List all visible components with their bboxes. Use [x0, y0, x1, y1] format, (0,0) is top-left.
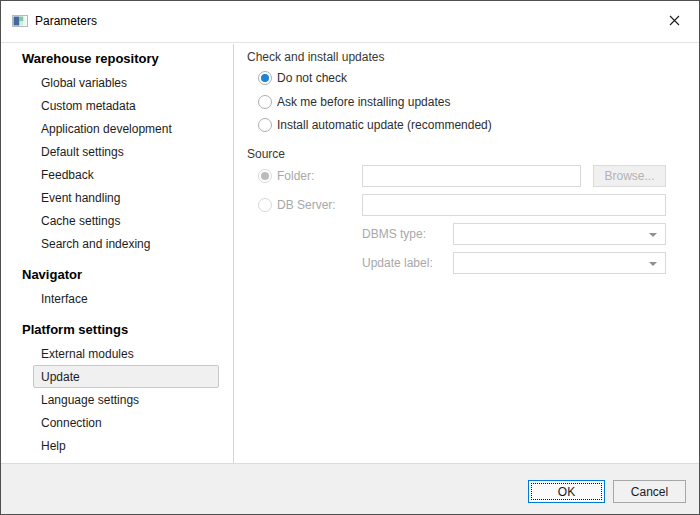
- radio-disabled-unselected-icon: [258, 198, 272, 212]
- folder-path-input: [362, 165, 581, 187]
- radio-unselected-icon: [258, 118, 272, 132]
- source-group-title: Source: [247, 147, 285, 161]
- radio-option-install-automatic[interactable]: Install automatic update (recommended): [258, 114, 492, 136]
- radio-option-folder: Folder:: [258, 165, 314, 187]
- dialog-footer: OK Cancel: [1, 463, 699, 514]
- section-header-warehouse-repository: Warehouse repository: [1, 47, 233, 71]
- window-title: Parameters: [35, 14, 97, 28]
- update-settings-panel: Check and install updates Do not check A…: [234, 44, 699, 463]
- app-icon: [12, 13, 28, 29]
- radio-option-do-not-check[interactable]: Do not check: [258, 67, 347, 89]
- section-header-navigator: Navigator: [1, 263, 233, 287]
- close-icon: [669, 15, 680, 26]
- radio-selected-icon: [258, 71, 272, 85]
- dialog-body: Warehouse repository Global variables Cu…: [1, 44, 699, 463]
- sidebar-item-cache-settings[interactable]: Cache settings: [33, 209, 219, 232]
- sidebar-item-help[interactable]: Help: [33, 434, 219, 457]
- close-button[interactable]: [654, 7, 694, 33]
- radio-disabled-selected-icon: [258, 169, 272, 183]
- browse-button: Browse...: [593, 165, 666, 187]
- sidebar-item-external-modules[interactable]: External modules: [33, 342, 219, 365]
- ok-button[interactable]: OK: [528, 480, 605, 503]
- settings-nav: Warehouse repository Global variables Cu…: [1, 44, 234, 463]
- cancel-button[interactable]: Cancel: [613, 480, 686, 503]
- sidebar-item-connection[interactable]: Connection: [33, 411, 219, 434]
- radio-option-label: Install automatic update (recommended): [277, 118, 492, 132]
- radio-unselected-icon: [258, 95, 272, 109]
- sidebar-item-application-development[interactable]: Application development: [33, 117, 219, 140]
- sidebar-item-language-settings[interactable]: Language settings: [33, 388, 219, 411]
- check-updates-group-title: Check and install updates: [247, 50, 384, 64]
- section-warehouse-repository: Warehouse repository Global variables Cu…: [1, 47, 233, 255]
- chevron-down-icon: [649, 233, 657, 237]
- sidebar-item-global-variables[interactable]: Global variables: [33, 71, 219, 94]
- folder-radio-label: Folder:: [277, 169, 314, 183]
- section-platform-settings: Platform settings External modules Updat…: [1, 318, 233, 457]
- sidebar-item-custom-metadata[interactable]: Custom metadata: [33, 94, 219, 117]
- update-label-label: Update label:: [362, 252, 433, 274]
- radio-option-ask-before-installing[interactable]: Ask me before installing updates: [258, 91, 450, 113]
- radio-option-label: Ask me before installing updates: [277, 95, 450, 109]
- sidebar-item-default-settings[interactable]: Default settings: [33, 140, 219, 163]
- dbms-type-dropdown: [453, 223, 666, 245]
- chevron-down-icon: [649, 262, 657, 266]
- radio-option-label: Do not check: [277, 71, 347, 85]
- parameters-dialog: Parameters Warehouse repository Global v…: [0, 0, 700, 515]
- section-navigator: Navigator Interface: [1, 263, 233, 310]
- sidebar-item-event-handling[interactable]: Event handling: [33, 186, 219, 209]
- sidebar-item-feedback[interactable]: Feedback: [33, 163, 219, 186]
- titlebar: Parameters: [1, 1, 699, 43]
- db-server-input: [362, 194, 666, 216]
- update-label-dropdown: [453, 252, 666, 274]
- db-server-radio-label: DB Server:: [277, 198, 336, 212]
- section-header-platform-settings: Platform settings: [1, 318, 233, 342]
- sidebar-item-update[interactable]: Update: [33, 365, 219, 388]
- sidebar-item-search-and-indexing[interactable]: Search and indexing: [33, 232, 219, 255]
- dbms-type-label: DBMS type:: [362, 223, 426, 245]
- radio-option-db-server: DB Server:: [258, 194, 336, 216]
- sidebar-item-interface[interactable]: Interface: [33, 287, 219, 310]
